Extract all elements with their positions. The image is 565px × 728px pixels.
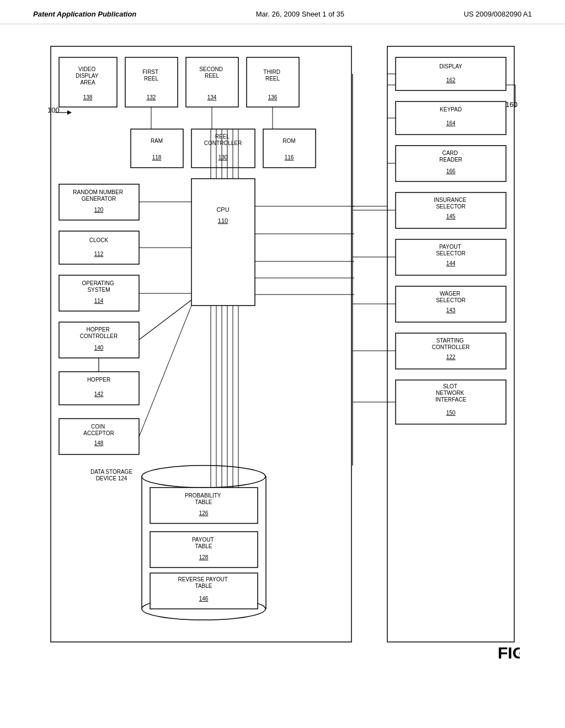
data-storage-label2: DEVICE 124 bbox=[96, 475, 127, 481]
header-patent: US 2009/0082090 A1 bbox=[463, 10, 532, 18]
video-display-num: 138 bbox=[83, 94, 93, 100]
hopper-label: HOPPER bbox=[87, 377, 110, 383]
main-content: 100 160 VIDEO DISPLAY AREA 138 FIRST REE… bbox=[0, 24, 565, 694]
header-date: Mar. 26, 2009 Sheet 1 of 35 bbox=[256, 10, 344, 18]
rom-label: ROM bbox=[282, 138, 295, 144]
display-box bbox=[396, 57, 506, 90]
diagram-area: 100 160 VIDEO DISPLAY AREA 138 FIRST REE… bbox=[45, 41, 520, 677]
keypad-label: KEYPAD bbox=[440, 106, 462, 113]
coin-acceptor-num: 148 bbox=[94, 440, 104, 446]
cpu-num: 110 bbox=[218, 217, 228, 224]
rom-num: 116 bbox=[285, 154, 294, 160]
display-num: 162 bbox=[446, 77, 456, 83]
wager-selector-label: WAGER SELECTOR bbox=[436, 291, 466, 303]
os-num: 114 bbox=[94, 298, 104, 304]
ram-num: 118 bbox=[152, 154, 162, 160]
ca-cpu-line bbox=[139, 306, 191, 437]
payout-selector-label: PAYOUT SELECTOR bbox=[436, 244, 466, 256]
diagram-svg: 100 160 VIDEO DISPLAY AREA 138 FIRST REE… bbox=[45, 41, 520, 675]
label-100: 100 bbox=[47, 106, 60, 114]
ram-label: RAM bbox=[151, 138, 163, 144]
cpu-label: CPU bbox=[216, 206, 229, 213]
third-reel-num: 136 bbox=[268, 94, 278, 100]
first-reel-num: 132 bbox=[147, 94, 156, 100]
starting-controller-label: STARTING CONTROLLER bbox=[432, 338, 470, 350]
data-storage-label: DATA STORAGE bbox=[90, 469, 132, 475]
payout-table-label: PAYOUT TABLE bbox=[192, 537, 215, 549]
starting-controller-num: 122 bbox=[446, 354, 456, 360]
keypad-num: 164 bbox=[446, 120, 456, 126]
rng-num: 120 bbox=[94, 207, 104, 213]
page-header: Patent Application Publication Mar. 26, … bbox=[0, 0, 565, 24]
card-reader-num: 166 bbox=[446, 168, 456, 174]
header-publication: Patent Application Publication bbox=[33, 10, 136, 18]
hopper-num: 142 bbox=[94, 391, 104, 397]
svg-marker-1 bbox=[67, 110, 72, 115]
prob-table-num: 126 bbox=[199, 510, 209, 516]
insurance-selector-label: INSURANCE SELECTOR bbox=[434, 197, 468, 210]
payout-table-num: 128 bbox=[199, 554, 209, 560]
clock-label: CLOCK bbox=[89, 237, 109, 243]
clock-box bbox=[59, 231, 139, 264]
hopper-controller-num: 140 bbox=[94, 345, 104, 351]
payout-selector-num: 144 bbox=[446, 260, 456, 266]
reverse-payout-num: 146 bbox=[199, 596, 209, 602]
hc-cpu-line bbox=[139, 300, 191, 340]
second-reel-num: 134 bbox=[207, 94, 217, 100]
wager-selector-num: 143 bbox=[446, 307, 456, 313]
rom-box bbox=[263, 129, 316, 168]
card-reader-label: CARD READER bbox=[439, 150, 462, 163]
ram-box bbox=[131, 129, 183, 168]
reel-controller-num: 130 bbox=[218, 154, 228, 160]
fig-label: FIG. 1 bbox=[498, 644, 520, 662]
label-160: 160 bbox=[505, 100, 518, 109]
first-reel-label: FIRST REEL bbox=[142, 69, 160, 82]
db-top-ellipse bbox=[142, 465, 265, 488]
display-label: DISPLAY bbox=[439, 63, 462, 69]
cpu-box bbox=[191, 179, 255, 306]
clock-num: 112 bbox=[94, 251, 104, 257]
third-reel-label: THIRD REEL bbox=[263, 69, 281, 82]
slot-network-num: 150 bbox=[446, 410, 456, 416]
insurance-selector-num: 145 bbox=[446, 213, 456, 220]
